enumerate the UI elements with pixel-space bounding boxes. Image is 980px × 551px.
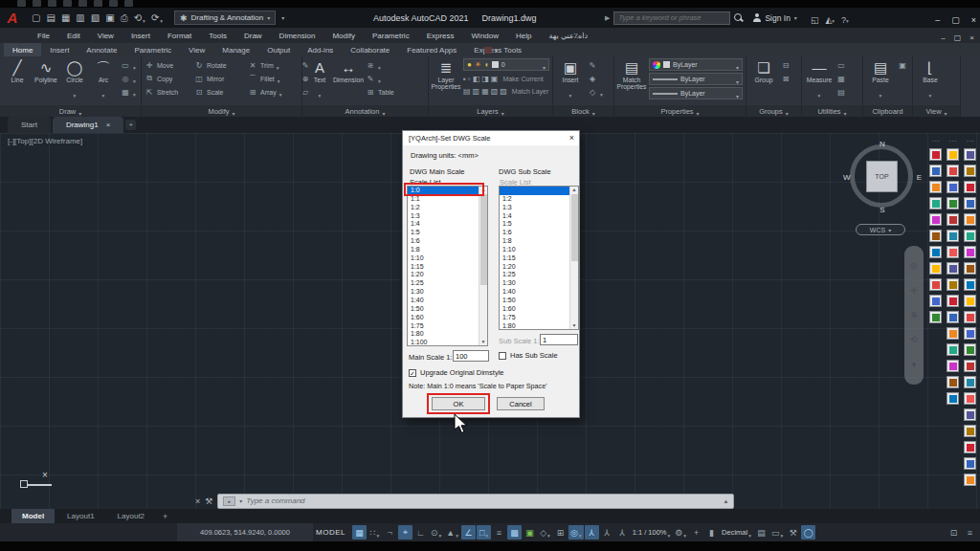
panel-label-groups[interactable]: Groups xyxy=(746,105,801,117)
quick-select-icon[interactable]: ▭ xyxy=(836,58,846,72)
new-tab-button[interactable]: + xyxy=(125,120,136,130)
print-icon[interactable]: ⎙ xyxy=(119,11,130,26)
viewcube-north[interactable]: N xyxy=(880,140,885,148)
ungroup-icon[interactable]: ⊟ xyxy=(781,58,791,72)
search-input[interactable] xyxy=(613,11,730,25)
graphics-monitor-icon[interactable]: ▭ xyxy=(769,525,785,540)
palette-icon[interactable] xyxy=(929,165,942,177)
annotation-autoscale-icon[interactable]: ⅄ xyxy=(600,525,614,540)
menu-item-edit[interactable]: Edit xyxy=(58,32,89,40)
ribbon-options[interactable]: ▾ xyxy=(484,43,498,56)
scale-option-1:20[interactable]: 1:20 xyxy=(408,271,479,279)
new-file-icon[interactable]: ▢ xyxy=(30,11,42,26)
insert-block-tool[interactable]: ▣Insert xyxy=(556,58,585,105)
palette-icon[interactable] xyxy=(929,181,942,193)
mirror-tool[interactable]: ◫Mirror xyxy=(194,72,248,85)
save-icon[interactable]: ▦ xyxy=(59,11,72,26)
palette-icon[interactable] xyxy=(964,148,976,161)
main-scale-input[interactable] xyxy=(453,350,489,362)
panel-label-utilities[interactable]: Utilities xyxy=(802,105,862,117)
restore-icon[interactable]: ▢ xyxy=(954,27,962,44)
plot-icon[interactable]: ▧ xyxy=(89,11,101,26)
scale-option-1:5[interactable]: 1:5 xyxy=(408,229,479,237)
ribbon-tab-manage[interactable]: Manage xyxy=(213,43,258,56)
scale-option-1:75[interactable]: 1:75 xyxy=(408,322,479,331)
menu-item-modify[interactable]: Modify xyxy=(323,32,364,40)
osnap-angle-icon[interactable]: ∠ xyxy=(461,525,476,540)
linetype-dropdown[interactable]: ByLayer xyxy=(649,87,743,99)
layer-tool-icon[interactable]: ◨ xyxy=(481,75,489,83)
infer-constraints-icon[interactable]: ¬ xyxy=(383,525,397,540)
ribbon-tab-collaborate[interactable]: Collaborate xyxy=(342,43,398,56)
scale-option-1:3[interactable]: 1:3 xyxy=(408,212,479,221)
group-tool[interactable]: ❏Group xyxy=(749,58,778,105)
zoom-icon[interactable]: ⊕ xyxy=(910,310,918,320)
command-input-bar[interactable]: ▸ ▾ Type a command ▲ xyxy=(217,494,734,509)
mleader-tool[interactable]: ✎ xyxy=(366,72,394,85)
measure-tool[interactable]: ―Measure xyxy=(805,58,834,105)
close-icon[interactable]: × xyxy=(971,10,976,27)
hatch-tool[interactable]: ▦ xyxy=(121,85,136,99)
palette-icon[interactable] xyxy=(964,343,976,356)
menu-item-format[interactable]: Format xyxy=(159,32,200,40)
panel-label-layers[interactable]: Layers xyxy=(429,105,552,117)
panel-label-draw[interactable]: Draw xyxy=(0,105,141,117)
layer-tool-icon[interactable]: ▣ xyxy=(491,75,499,83)
palette-icon[interactable] xyxy=(929,246,942,258)
new-layout-button[interactable]: + xyxy=(157,512,173,521)
expand-up-icon[interactable]: ▲ xyxy=(723,498,728,504)
menu-item-draw[interactable]: Draw xyxy=(235,32,271,40)
palette-icon[interactable] xyxy=(947,360,959,372)
layer-tool-icon[interactable]: ▥ xyxy=(473,87,480,96)
palette-icon[interactable] xyxy=(947,181,959,193)
polyline-tool[interactable]: ∿Polyline xyxy=(32,58,60,105)
palette-icon[interactable] xyxy=(947,246,959,258)
autodesk-app-icon[interactable]: ◭ xyxy=(825,10,835,27)
orbit-icon[interactable]: ⟲ xyxy=(910,335,918,344)
array-tool[interactable]: ⊞Array xyxy=(248,85,298,99)
palette-icon[interactable] xyxy=(964,311,976,323)
palette-icon[interactable] xyxy=(947,262,959,275)
scale-option-1:50[interactable]: 1:50 xyxy=(408,305,479,314)
quick-calc-icon[interactable]: ▦ xyxy=(836,72,846,85)
palette-icon[interactable] xyxy=(929,262,942,275)
viewcube-west[interactable]: W xyxy=(843,173,851,182)
workspace-icon[interactable]: ⚙ xyxy=(673,525,688,540)
grid-icon[interactable]: ▦ xyxy=(352,525,367,540)
panel-label-annotation[interactable]: Annotation xyxy=(302,105,428,117)
minimize-icon[interactable]: – xyxy=(935,10,940,27)
rotate-tool[interactable]: ↻Rotate xyxy=(194,58,248,72)
layer-tools-row[interactable]: ▪▫◧◨▣ Make Current xyxy=(463,73,549,85)
viewcube-south[interactable]: S xyxy=(880,206,884,214)
selection-filter-icon[interactable]: ◎ xyxy=(568,525,584,540)
navigation-wheel-icon[interactable]: ◎ xyxy=(910,261,918,271)
palette-icon[interactable] xyxy=(947,165,959,177)
menu-item-help[interactable]: Help xyxy=(507,32,540,40)
scale-option-1:15[interactable]: 1:15 xyxy=(408,263,479,272)
main-scale-listbox[interactable]: 1:01:11:21:31:41:51:61:81:101:151:201:25… xyxy=(407,186,488,346)
palette-icon[interactable] xyxy=(947,376,959,388)
scale-option-1:8[interactable]: 1:8 xyxy=(408,246,479,254)
tab-drawing1[interactable]: Drawing1 × xyxy=(53,117,123,133)
dynamic-ucs-icon[interactable]: ⊞ xyxy=(553,525,568,540)
scale-option-1:60[interactable]: 1:60 xyxy=(500,305,569,314)
scale-option-1:80[interactable]: 1:80 xyxy=(408,330,479,339)
quick-properties-icon[interactable]: ▤ xyxy=(754,525,768,540)
has-sub-scale-checkbox[interactable]: Has Sub Scale xyxy=(499,351,558,360)
ribbon-tab-parametric[interactable]: Parametric xyxy=(125,43,180,56)
scale-option-1:4[interactable]: 1:4 xyxy=(408,220,479,229)
palette-icon[interactable] xyxy=(929,278,942,291)
qat-overflow-icon[interactable]: ▾ xyxy=(281,14,284,21)
layer-tool-icon[interactable]: ▨ xyxy=(500,87,507,96)
snap-icon[interactable]: ∷ xyxy=(368,525,382,540)
scale-option-[interactable] xyxy=(500,187,569,195)
text-tool[interactable]: AText xyxy=(305,58,334,105)
layer-tool-icon[interactable]: ◧ xyxy=(473,75,480,83)
open-folder-icon[interactable]: ▤ xyxy=(44,11,56,26)
customization-wrench-icon[interactable]: ⚒ xyxy=(786,525,800,540)
layer-tools-row[interactable]: ▤▥▦▧▨ Match Layer xyxy=(463,85,549,98)
palette-icon[interactable] xyxy=(947,197,959,209)
annotation-scale-icon[interactable]: ⅄ xyxy=(615,525,630,540)
scale-option-1:25[interactable]: 1:25 xyxy=(408,279,479,288)
palette-icon[interactable] xyxy=(964,181,976,193)
